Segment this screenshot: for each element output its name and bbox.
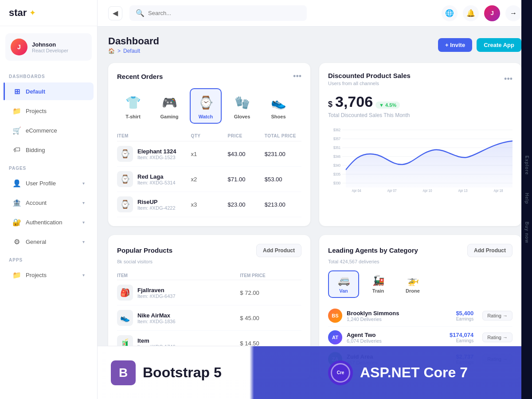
item-details: RiseUP Item: #XDG-4222 (137, 199, 176, 211)
chevron-down-icon: ▾ (82, 273, 85, 278)
agents-header: Leading Agents by Category Add Product (328, 244, 512, 257)
tab-gloves[interactable]: 🧤 Gloves (226, 88, 258, 124)
sidebar-item-label: User Profile (26, 180, 56, 187)
item-image: 👟 (117, 310, 133, 326)
sidebar-item-projects[interactable]: 📁 Projects (4, 102, 94, 120)
tab-label: Shoes (271, 114, 286, 119)
add-product-button-agents[interactable]: Add Product (467, 244, 512, 257)
svg-text:Apr 18: Apr 18 (493, 188, 503, 193)
recent-orders-card: Recent Orders ••• 👕 T-shirt 🎮 Gaming ⌚ (108, 63, 310, 226)
sidebar-item-default[interactable]: ⊞ Default (4, 82, 94, 100)
item-image: 🎒 (117, 285, 133, 301)
aspnet-icon: Cre (328, 360, 353, 385)
item-image: ⌚ (117, 171, 133, 187)
stat-value: $ 3,706 ▼ 4.5% (328, 93, 512, 110)
search-input[interactable] (148, 10, 301, 16)
tshirt-icon: 👕 (123, 93, 143, 112)
create-app-button[interactable]: Create App (477, 38, 521, 52)
earnings-value: $174,074 (450, 332, 473, 338)
sidebar-item-ecommerce[interactable]: 🛒 eCommerce (4, 121, 94, 139)
aspnet-title: ASP.NET Core 7 (360, 364, 468, 381)
item-info: ⌚ Elephant 1324 Item: #XDG-1523 (117, 146, 191, 162)
card-header: Discounted Product Sales Users from all … (328, 72, 512, 86)
card-title: Recent Orders (117, 73, 163, 80)
breadcrumb-separator: > (117, 48, 121, 54)
item-price: $71.00 (228, 176, 265, 183)
agent-earnings: $5,400 Earnings (456, 310, 473, 321)
item-details: Red Laga Item: #XDG-5314 (137, 173, 176, 185)
svg-text:$357: $357 (333, 137, 340, 141)
explore-label[interactable]: Explore (524, 156, 529, 175)
col-price: PRICE (228, 133, 265, 138)
page-title-group: Dashboard 🏠 > Default (108, 35, 159, 54)
cat-tab-van[interactable]: 🚐 Van (328, 270, 359, 298)
svg-text:Apr 10: Apr 10 (422, 188, 432, 193)
card-header: Recent Orders ••• (117, 72, 301, 81)
top-grid: Recent Orders ••• 👕 T-shirt 🎮 Gaming ⌚ (108, 63, 521, 226)
cat-tab-drone[interactable]: 🚁 Drone (397, 270, 428, 298)
agent-name: Brooklyn Simmons (347, 310, 399, 317)
item-name: Red Laga (137, 173, 176, 180)
sidebar-item-label: Authentication (26, 219, 62, 226)
invite-button[interactable]: + Invite (438, 38, 472, 52)
topbar-avatar[interactable]: J (484, 5, 500, 21)
chevron-down-icon: ▾ (82, 220, 85, 225)
cat-tab-label: Drone (406, 288, 420, 293)
svg-text:Apr 07: Apr 07 (387, 188, 397, 193)
tab-gaming[interactable]: 🎮 Gaming (153, 88, 185, 124)
item-details: Fjallraven Item: #XDG-6437 (137, 287, 176, 299)
drone-icon: 🚁 (407, 275, 419, 286)
add-product-button[interactable]: Add Product (256, 244, 301, 257)
item-details: Nike AirMax Item: #XDG-1836 (137, 312, 176, 324)
right-sidebar: Explore Help Buy now (521, 0, 532, 399)
svg-text:$346: $346 (333, 154, 340, 159)
sidebar-item-account[interactable]: 🏦 Account ▾ (4, 194, 94, 211)
user-icon: 👤 (12, 179, 21, 188)
item-info: 👟 Nike AirMax Item: #XDG-1836 (117, 310, 240, 326)
help-label[interactable]: Help (524, 193, 529, 204)
sidebar-item-apps-projects[interactable]: 📁 Projects ▾ (4, 266, 94, 284)
agent-stats: $174,074 Earnings Rating → (450, 332, 512, 343)
item-total: $213.00 (265, 201, 301, 208)
card-menu-icon[interactable]: ••• (504, 74, 512, 84)
item-name: Elephant 1324 (137, 148, 176, 155)
collapse-button[interactable]: ◀ (108, 6, 122, 20)
bell-icon[interactable]: 🔔 (463, 5, 479, 21)
section-label-apps: APPS (0, 251, 97, 265)
svg-text:$351: $351 (333, 145, 340, 150)
page-title: Dashboard (108, 35, 159, 47)
rating-button[interactable]: Rating → (482, 311, 512, 321)
table-row: ⌚ Red Laga Item: #XDG-5314 x2 $71.00 $53… (117, 167, 301, 192)
sales-subtitle: Users from all channels (328, 81, 411, 86)
sidebar-item-authentication[interactable]: 🔐 Authentication ▾ (4, 213, 94, 231)
cat-tab-train[interactable]: 🚂 Train (363, 270, 394, 298)
rating-button[interactable]: Rating → (482, 332, 512, 342)
cart-icon: 🛒 (12, 126, 21, 135)
stat-number: 3,706 (335, 93, 373, 110)
tab-shoes[interactable]: 👟 Shoes (262, 88, 294, 124)
sidebar-item-bidding[interactable]: 🏷 Bidding (4, 141, 94, 159)
sidebar-item-label: Projects (26, 272, 47, 278)
earnings-value: $5,400 (456, 310, 473, 317)
products-table-header: ITEM ITEM PRICE (117, 271, 301, 280)
sidebar-item-user-profile[interactable]: 👤 User Profile ▾ (4, 174, 94, 192)
logo: star✦ (0, 0, 97, 26)
sidebar-item-general[interactable]: ⚙ General ▾ (4, 233, 94, 250)
agent-deliveries: 6,074 Deliveries (347, 338, 382, 344)
tab-watch[interactable]: ⌚ Watch (190, 88, 222, 124)
user-profile-card[interactable]: J Johnson React Developer (5, 33, 92, 61)
gloves-icon: 🧤 (232, 93, 252, 112)
arrow-right-icon[interactable]: → (505, 5, 521, 21)
shoes-icon: 👟 (269, 93, 288, 112)
svg-text:Apr 13: Apr 13 (458, 188, 468, 193)
tab-tshirt[interactable]: 👕 T-shirt (117, 88, 149, 124)
globe-icon[interactable]: 🌐 (442, 5, 458, 21)
svg-text:$362: $362 (333, 128, 340, 132)
earnings-label: Earnings (456, 317, 473, 321)
agent-name: Agent Two (347, 332, 382, 338)
buy-now-label[interactable]: Buy now (524, 222, 529, 243)
card-menu-icon[interactable]: ••• (293, 72, 301, 81)
stat-badge: ▼ 4.5% (376, 102, 400, 109)
search-box[interactable]: 🔍 (129, 5, 307, 21)
product-row: 👟 Nike AirMax Item: #XDG-1836 $ 45.00 (117, 305, 301, 331)
